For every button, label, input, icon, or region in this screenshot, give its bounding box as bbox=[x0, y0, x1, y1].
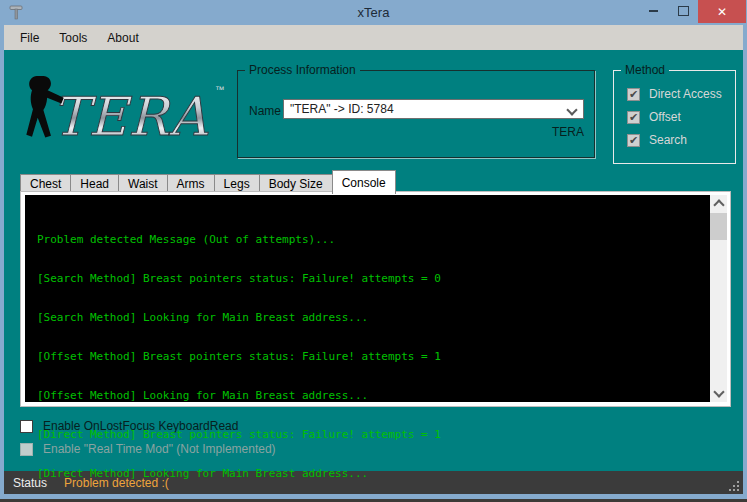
checkbox-checked: ✔ bbox=[627, 134, 640, 147]
process-information-group: Process Information Name "TERA" -> ID: 5… bbox=[237, 70, 595, 158]
check-icon: ✔ bbox=[629, 112, 638, 123]
maximize-button[interactable] bbox=[668, 0, 698, 22]
main-content: TERA ™ Process Information Name "TERA" -… bbox=[4, 50, 743, 471]
chevron-up-icon bbox=[713, 199, 724, 210]
console-line: [Direct Method] Breast pointers status: … bbox=[37, 428, 727, 441]
checkbox-label: Offset bbox=[649, 110, 681, 124]
console-tab-page: Problem detected Message (Out of attempt… bbox=[20, 191, 731, 407]
console-line: [Offset Method] Breast pointers status: … bbox=[37, 350, 727, 363]
menubar: File Tools About bbox=[4, 25, 743, 50]
scroll-up-button[interactable] bbox=[710, 195, 727, 212]
check-icon: ✔ bbox=[629, 89, 638, 100]
chevron-down-icon bbox=[566, 104, 577, 115]
console-output[interactable]: Problem detected Message (Out of attempt… bbox=[25, 195, 727, 402]
tera-logo-trademark: ™ bbox=[215, 84, 224, 95]
checkbox-checked: ✔ bbox=[627, 111, 640, 124]
close-button[interactable]: ✕ bbox=[698, 0, 746, 23]
chevron-down-icon bbox=[713, 386, 724, 397]
process-select-value: "TERA" -> ID: 5784 bbox=[290, 102, 394, 116]
tera-logo-text: TERA bbox=[52, 86, 209, 148]
app-icon bbox=[8, 4, 24, 22]
console-line: [Search Method] Looking for Main Breast … bbox=[37, 311, 727, 324]
method-direct-access-checkbox[interactable]: ✔ Direct Access bbox=[627, 87, 722, 101]
check-icon: ✔ bbox=[629, 135, 638, 146]
checkbox-label: Search bbox=[649, 133, 687, 147]
app-window: xTera ✕ File Tools About TERA bbox=[0, 0, 747, 502]
console-log: Problem detected Message (Out of attempt… bbox=[25, 195, 727, 502]
method-offset-checkbox[interactable]: ✔ Offset bbox=[627, 110, 681, 124]
process-information-label: Process Information bbox=[245, 63, 360, 77]
checkbox-label: Direct Access bbox=[649, 87, 722, 101]
console-line: [Direct Method] Looking for Main Breast … bbox=[37, 467, 727, 480]
resize-grip[interactable] bbox=[737, 489, 739, 491]
tera-logo: TERA ™ bbox=[14, 72, 232, 152]
console-scrollbar[interactable] bbox=[710, 195, 727, 402]
window-controls: ✕ bbox=[638, 0, 747, 25]
method-label: Method bbox=[621, 63, 669, 77]
console-line: [Offset Method] Looking for Main Breast … bbox=[37, 389, 727, 402]
tab-console[interactable]: Console bbox=[332, 170, 396, 194]
console-line: Problem detected Message (Out of attempt… bbox=[37, 233, 727, 246]
process-select[interactable]: "TERA" -> ID: 5784 bbox=[283, 99, 584, 119]
menu-tools[interactable]: Tools bbox=[49, 27, 97, 49]
minimize-button[interactable] bbox=[638, 0, 668, 22]
name-label: Name bbox=[249, 104, 281, 118]
window-title: xTera bbox=[0, 5, 747, 20]
scrollbar-thumb[interactable] bbox=[710, 213, 727, 240]
console-line: [Search Method] Breast pointers status: … bbox=[37, 272, 727, 285]
scroll-down-button[interactable] bbox=[710, 385, 727, 402]
menu-about[interactable]: About bbox=[97, 27, 148, 49]
process-name-text: TERA bbox=[552, 125, 584, 139]
close-icon: ✕ bbox=[717, 5, 727, 19]
titlebar: xTera ✕ bbox=[0, 0, 747, 25]
menu-file[interactable]: File bbox=[10, 27, 49, 49]
method-group: Method ✔ Direct Access ✔ Offset ✔ Search bbox=[613, 70, 736, 164]
method-search-checkbox[interactable]: ✔ Search bbox=[627, 133, 687, 147]
checkbox-checked: ✔ bbox=[627, 88, 640, 101]
maximize-icon bbox=[678, 6, 689, 16]
minimize-icon bbox=[649, 10, 658, 12]
